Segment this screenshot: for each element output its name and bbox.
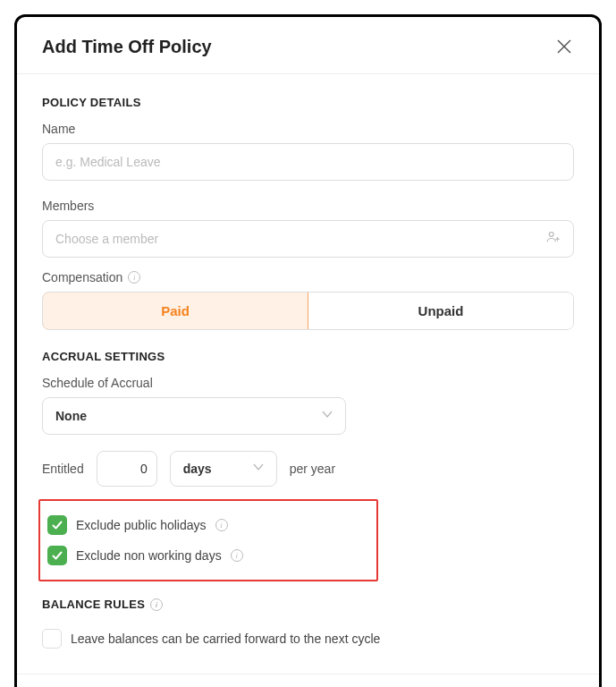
exclude-holidays-label: Exclude public holidays bbox=[76, 518, 207, 532]
compensation-label: Compensation i bbox=[42, 270, 574, 284]
modal-footer: Cancel Save bbox=[17, 674, 599, 687]
unit-select[interactable]: days bbox=[170, 451, 277, 487]
info-icon[interactable]: i bbox=[128, 271, 140, 284]
add-time-off-modal: Add Time Off Policy POLICY DETAILS Name … bbox=[14, 14, 602, 687]
check-icon bbox=[51, 549, 63, 562]
compensation-unpaid[interactable]: Unpaid bbox=[308, 293, 573, 329]
entitled-label: Entitled bbox=[42, 462, 84, 476]
members-input[interactable] bbox=[42, 220, 574, 258]
modal-body: POLICY DETAILS Name Members Compensation… bbox=[17, 74, 599, 674]
balance-rules-heading: BALANCE RULES i bbox=[42, 598, 574, 611]
svg-point-2 bbox=[549, 233, 553, 237]
exclude-nonworking-row: Exclude non working days i bbox=[47, 540, 367, 571]
accrual-heading: ACCRUAL SETTINGS bbox=[42, 350, 574, 363]
compensation-toggle: Paid Unpaid bbox=[42, 292, 574, 330]
name-input[interactable] bbox=[42, 143, 574, 181]
info-icon[interactable]: i bbox=[231, 549, 243, 562]
policy-details-heading: POLICY DETAILS bbox=[42, 96, 574, 109]
highlight-box: Exclude public holidays i Exclude non wo… bbox=[38, 499, 378, 581]
per-year-label: per year bbox=[290, 462, 335, 476]
exclude-holidays-checkbox[interactable] bbox=[47, 515, 67, 535]
schedule-label: Schedule of Accrual bbox=[42, 376, 574, 390]
exclude-nonworking-checkbox[interactable] bbox=[47, 546, 67, 565]
close-button[interactable] bbox=[556, 38, 574, 56]
carry-forward-row: Leave balances can be carried forward to… bbox=[42, 623, 574, 654]
add-user-icon[interactable] bbox=[545, 229, 561, 249]
members-label: Members bbox=[42, 199, 574, 213]
exclude-holidays-row: Exclude public holidays i bbox=[47, 510, 367, 540]
close-icon bbox=[556, 38, 572, 55]
schedule-select[interactable]: None bbox=[42, 397, 346, 435]
exclude-nonworking-label: Exclude non working days bbox=[76, 548, 222, 563]
compensation-paid[interactable]: Paid bbox=[42, 292, 308, 330]
page-title: Add Time Off Policy bbox=[42, 37, 212, 57]
info-icon[interactable]: i bbox=[215, 519, 228, 531]
entitled-input[interactable] bbox=[97, 451, 157, 487]
carry-forward-label: Leave balances can be carried forward to… bbox=[71, 632, 380, 646]
carry-forward-checkbox[interactable] bbox=[42, 629, 62, 649]
check-icon bbox=[51, 519, 63, 531]
info-icon[interactable]: i bbox=[150, 598, 163, 611]
modal-header: Add Time Off Policy bbox=[17, 17, 599, 74]
name-label: Name bbox=[42, 122, 574, 136]
